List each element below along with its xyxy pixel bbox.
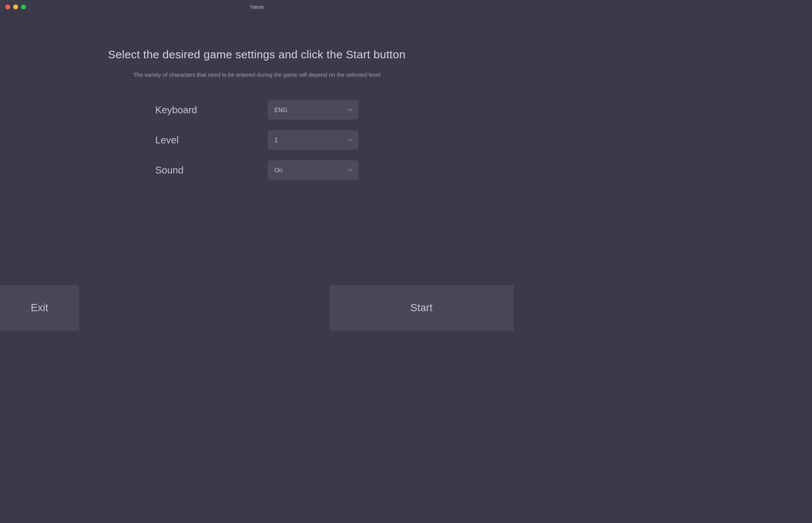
keyboard-select[interactable]: ENG RUS UKR: [268, 100, 358, 119]
maximize-button[interactable]: [21, 5, 26, 9]
level-label: Level: [155, 134, 223, 146]
sound-label: Sound: [155, 164, 223, 176]
sound-setting-row: Sound On Off: [155, 161, 358, 179]
exit-button[interactable]: Exit: [0, 285, 79, 330]
main-heading: Select the desired game settings and cli…: [108, 48, 405, 61]
title-bar: Yatran: [0, 0, 514, 14]
bottom-buttons-area: Exit Start: [0, 285, 514, 330]
button-spacer: [79, 285, 329, 330]
main-content: Select the desired game settings and cli…: [0, 14, 514, 285]
start-button[interactable]: Start: [329, 285, 514, 330]
keyboard-setting-row: Keyboard ENG RUS UKR: [155, 100, 358, 119]
settings-form: Keyboard ENG RUS UKR Level 1 2 3 4 5 Sou…: [155, 100, 358, 179]
sound-select[interactable]: On Off: [268, 161, 358, 179]
window-title: Yatran: [250, 4, 264, 10]
close-button[interactable]: [5, 5, 10, 9]
minimize-button[interactable]: [13, 5, 18, 9]
level-setting-row: Level 1 2 3 4 5: [155, 131, 358, 149]
subtitle-text: The variety of characters that need to b…: [133, 71, 380, 78]
level-select[interactable]: 1 2 3 4 5: [268, 131, 358, 149]
window-controls: [5, 5, 26, 9]
keyboard-label: Keyboard: [155, 104, 223, 116]
